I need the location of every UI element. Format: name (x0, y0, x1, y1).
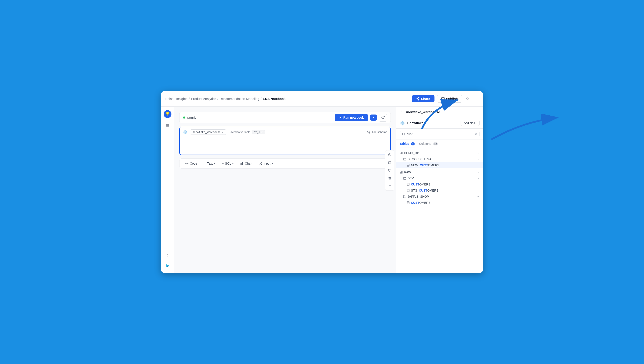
chart-icon (240, 162, 244, 165)
variable-badge[interactable]: df_1 (252, 130, 265, 134)
run-dropdown-button[interactable] (370, 115, 377, 121)
run-controls: Run notebook (334, 114, 387, 122)
svg-rect-40 (407, 183, 410, 186)
input-block-button[interactable]: Input ▾ (256, 160, 276, 167)
refresh-button[interactable] (379, 114, 387, 122)
new-customers-label: NEW_CUSTOMERS (411, 164, 480, 167)
cell-body[interactable] (180, 137, 390, 155)
svg-rect-29 (402, 152, 402, 153)
svg-rect-5 (442, 98, 444, 100)
folder-icon-dev (403, 177, 406, 180)
cell-tool-comment[interactable] (386, 159, 393, 166)
connection-selector[interactable]: snowflake_warehouse (190, 129, 226, 135)
tab-tables[interactable]: Tables 4 (400, 140, 415, 148)
svg-rect-30 (402, 153, 402, 154)
sidebar-item-help[interactable]: ? (164, 252, 172, 260)
code-block-button[interactable]: <> Code (182, 160, 200, 167)
svg-rect-48 (407, 202, 410, 204)
svg-rect-13 (242, 162, 243, 165)
sidebar-item-menu[interactable] (164, 122, 172, 129)
cell-tool-time[interactable] (386, 151, 393, 158)
jaffle-shop-chevron-icon (477, 195, 480, 198)
snowflake-icon: ❄️ (183, 130, 188, 135)
breadcrumb-item-3[interactable]: Recommendation Modeling (220, 97, 259, 101)
cell-tool-delete[interactable] (386, 175, 393, 182)
svg-rect-12 (242, 163, 242, 165)
tree-item-demo-schema[interactable]: DEMO_SCHEMA (396, 156, 483, 162)
tree-item-customers[interactable]: CUSTOMERS (396, 181, 483, 187)
input-label: Input (264, 162, 270, 165)
text-chevron-icon: ▾ (214, 162, 215, 165)
cell-container: ❄️ snowflake_warehouse Saved to variable… (179, 127, 391, 155)
snowflake-section: ❄️ Snowflake Add block (396, 117, 483, 129)
code-label: Code (190, 162, 197, 165)
panel-more-button[interactable]: ··· (477, 110, 480, 114)
table-icon-stg-customers (407, 189, 410, 192)
sql-label: SQL (225, 162, 231, 165)
grid-icon-raw (400, 171, 403, 174)
refresh-icon (381, 116, 385, 119)
chevron-down-icon (372, 116, 375, 119)
svg-point-2 (418, 99, 419, 100)
publish-button[interactable]: Publish (437, 95, 462, 103)
panel-title: snowflake_warehouse (405, 110, 474, 114)
raw-label: RAW (404, 170, 477, 174)
pencil-icon (259, 162, 262, 165)
svg-rect-38 (402, 172, 402, 173)
panel-back-button[interactable] (400, 110, 403, 114)
tree-item-dev[interactable]: DEV (396, 175, 483, 181)
more-button[interactable]: ··· (473, 95, 479, 102)
tree-item-jaffle-customers[interactable]: CUSTOMERS (396, 200, 483, 206)
tree-item-jaffle-shop[interactable]: JAFFLE_SHOP (396, 194, 483, 200)
header-actions: Share Publish ☆ ··· (412, 95, 479, 103)
sql-chevron-icon: ▾ (232, 162, 234, 165)
share-button[interactable]: Share (412, 95, 434, 102)
sidebar-item-bird[interactable]: 🐦 (164, 262, 172, 269)
text-block-button[interactable]: T Text ▾ (201, 160, 218, 167)
search-clear-button[interactable]: ✕ (474, 132, 477, 136)
add-block-button[interactable]: Add block (460, 120, 480, 126)
demo-schema-label: DEMO_SCHEMA (408, 157, 477, 161)
columns-count-badge: 12 (433, 142, 438, 145)
chevron-left-icon (400, 110, 403, 113)
svg-point-0 (418, 97, 419, 98)
breadcrumb-item-2[interactable]: Product Analytics (191, 97, 216, 101)
favorite-button[interactable]: ☆ (464, 95, 470, 103)
hide-schema-label: Hide schema (371, 130, 387, 134)
hide-schema-button[interactable]: Hide schema (367, 130, 387, 134)
jaffle-shop-label: JAFFLE_SHOP (408, 195, 477, 198)
search-input[interactable] (407, 132, 473, 136)
tree-item-demo-db[interactable]: DEMO_DB (396, 150, 483, 156)
cell-tools (385, 150, 394, 191)
chart-block-button[interactable]: Chart (237, 160, 255, 167)
tab-columns[interactable]: Columns 12 (419, 140, 438, 148)
sql-block-button[interactable]: ≡ SQL ▾ (219, 160, 237, 167)
tab-tables-label: Tables (400, 142, 409, 145)
tree-item-new-customers[interactable]: NEW_CUSTOMERS (396, 162, 483, 168)
saved-var-label: Saved to variable (229, 130, 250, 134)
raw-chevron-icon (477, 171, 480, 174)
breadcrumb-item-1[interactable]: Edison Insights (165, 97, 188, 101)
tree-item-stg-customers[interactable]: STG_CUSTOMERS (396, 187, 483, 194)
text-icon: T (204, 162, 206, 165)
var-chevron-icon (261, 131, 263, 133)
breadcrumb-separator-2: / (217, 97, 218, 101)
breadcrumb-separator-3: / (261, 97, 262, 101)
svg-rect-44 (407, 189, 410, 192)
input-chevron-icon: ▾ (272, 162, 273, 165)
status-bar: Ready Run notebook (179, 112, 391, 123)
tables-count-badge: 4 (411, 142, 415, 145)
tree-item-raw[interactable]: RAW (396, 169, 483, 175)
svg-rect-37 (402, 171, 402, 172)
customers-label: CUSTOMERS (411, 183, 480, 186)
demo-schema-chevron-icon (477, 158, 480, 160)
run-notebook-button[interactable]: Run notebook (334, 114, 368, 121)
demo-db-chevron-icon (477, 152, 480, 154)
panel-tabs: Tables 4 Columns 12 (396, 140, 483, 148)
share-icon (416, 97, 420, 101)
svg-rect-36 (400, 171, 401, 172)
arrow-to-columns (492, 118, 557, 139)
dev-chevron-icon (477, 177, 480, 180)
cell-tool-variable[interactable] (386, 167, 393, 174)
cell-tool-drag[interactable] (386, 183, 393, 190)
